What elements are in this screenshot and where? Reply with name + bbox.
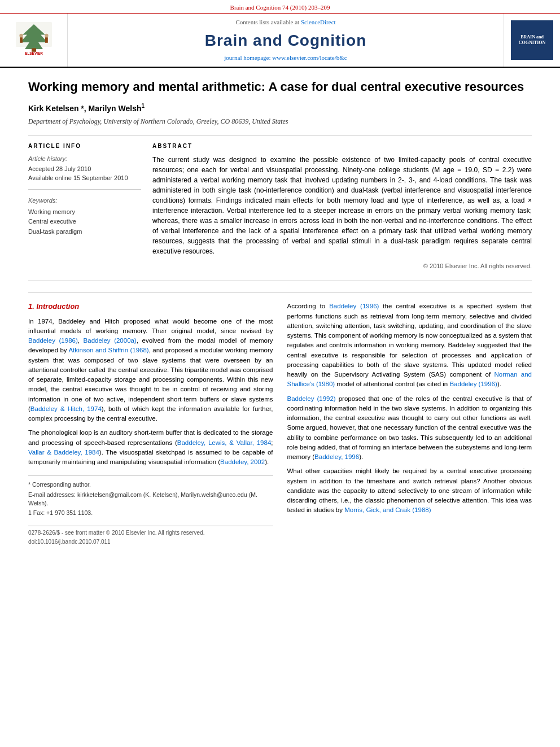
doi-line: doi:10.1016/j.bandc.2010.07.011 <box>28 538 273 546</box>
journal-header: ELSEVIER Contents lists available at Sci… <box>0 14 560 68</box>
keywords-divider <box>28 189 141 190</box>
keywords-list: Working memory Central executive Dual-ta… <box>28 207 141 237</box>
email-note: E-mail addresses: kirkketelsen@gmail.com… <box>28 491 273 507</box>
journal-reference-text: Brain and Cognition 74 (2010) 203–209 <box>230 4 330 11</box>
keywords-section: Keywords: Working memory Central executi… <box>28 196 141 237</box>
contents-available-text: Contents lists available at <box>235 19 299 25</box>
baddeley-2002-link[interactable]: Baddeley, 2002 <box>220 458 265 465</box>
baddeley-1996-link2[interactable]: Baddeley (1996) <box>449 381 497 387</box>
keyword-3: Dual-task paradigm <box>28 227 141 237</box>
corresponding-note: * Corresponding author. <box>28 480 273 489</box>
affiliation-text: Department of Psychology, University of … <box>28 117 532 126</box>
baddeley-hitch-1974-link[interactable]: Baddeley & Hitch, 1974 <box>30 405 102 412</box>
doi-text: doi:10.1016/j.bandc.2010.07.011 <box>28 539 111 545</box>
article-info-heading: ARTICLE INFO <box>28 142 141 150</box>
accepted-date: Accepted 28 July 2010 <box>28 165 141 173</box>
body-divider <box>28 281 532 281</box>
elsevier-logo-container: ELSEVIER <box>0 14 68 67</box>
homepage-link[interactable]: journal homepage: www.elsevier.com/locat… <box>224 54 347 61</box>
body-para-5: What other capacities might likely be re… <box>287 466 532 515</box>
article-title-section: Working memory and mental arithmetic: A … <box>28 79 532 126</box>
brain-cognition-logo-text: BRAIN and COGNITION <box>513 34 551 46</box>
abstract-column: ABSTRACT The current study was designed … <box>152 142 532 270</box>
atkinson-shiffrin-link[interactable]: Atkinson and Shiffrin (1968) <box>68 347 148 353</box>
body-right-col: According to Baddeley (1996) the central… <box>287 302 532 546</box>
baddeley-lewis-link[interactable]: Baddeley, Lewis, & Vallar, 1984 <box>177 439 272 446</box>
svg-point-3 <box>19 34 23 37</box>
brain-cognition-logo: BRAIN and COGNITION <box>511 20 553 60</box>
main-content: Working memory and mental arithmetic: A … <box>0 68 560 557</box>
article-history-label: Article history: <box>28 155 141 163</box>
svg-rect-4 <box>20 37 23 43</box>
article-info-abstract-row: ARTICLE INFO Article history: Accepted 2… <box>28 142 532 270</box>
article-title: Working memory and mental arithmetic: A … <box>28 79 532 95</box>
baddeley-2000a-link[interactable]: Baddeley (2000a) <box>84 337 137 344</box>
baddeley-1992-link[interactable]: Baddeley (1992) <box>287 395 336 402</box>
authors-text: Kirk Ketelsen *, Marilyn Welsh <box>28 104 141 113</box>
body-two-col: 1. Introduction In 1974, Baddeley and Hi… <box>28 302 532 546</box>
abstract-text: The current study was designed to examin… <box>152 155 532 256</box>
keywords-label: Keywords: <box>28 196 141 205</box>
body-para-3: According to Baddeley (1996) the central… <box>287 302 532 389</box>
journal-header-center: Contents lists available at ScienceDirec… <box>68 14 504 67</box>
section-1-heading: 1. Introduction <box>28 302 273 312</box>
body-para-1: In 1974, Baddeley and Hitch proposed wha… <box>28 317 273 424</box>
journal-title: Brain and Cognition <box>205 29 367 51</box>
keyword-2: Central executive <box>28 217 141 227</box>
elsevier-logo: ELSEVIER <box>11 22 56 59</box>
body-content: 1. Introduction In 1974, Baddeley and Hi… <box>28 292 532 546</box>
svg-text:ELSEVIER: ELSEVIER <box>25 51 43 55</box>
body-left-col: 1. Introduction In 1974, Baddeley and Hi… <box>28 302 273 546</box>
email-label: E-mail addresses: <box>28 491 76 498</box>
vallar-baddeley-link[interactable]: Vallar & Baddeley, 1984 <box>28 449 99 456</box>
journal-reference-bar: Brain and Cognition 74 (2010) 203–209 <box>0 0 560 14</box>
footnotes-section: * Corresponding author. E-mail addresses… <box>28 475 273 517</box>
abstract-heading: ABSTRACT <box>152 142 532 150</box>
svg-point-5 <box>45 34 48 37</box>
article-info-column: ARTICLE INFO Article history: Accepted 2… <box>28 142 141 270</box>
authors-sup: 1 <box>141 103 145 109</box>
brain-cognition-logo-container: BRAIN and COGNITION <box>504 14 560 67</box>
keyword-1: Working memory <box>28 207 141 217</box>
article-history-section: Article history: Accepted 28 July 2010 A… <box>28 155 141 182</box>
footer-bar: 0278-2626/$ - see front matter © 2010 El… <box>28 526 273 537</box>
authors-line: Kirk Ketelsen *, Marilyn Welsh1 <box>28 102 532 114</box>
journal-homepage-text: journal homepage: www.elsevier.com/locat… <box>224 54 347 62</box>
science-direct-line: Contents lists available at ScienceDirec… <box>235 18 335 27</box>
science-direct-link[interactable]: ScienceDirect <box>301 19 336 25</box>
baddeley-1996-link3[interactable]: Baddeley, 1996 <box>314 453 359 460</box>
morris-gick-craik-link[interactable]: Morris, Gick, and Craik (1988) <box>344 506 431 513</box>
copyright-text: © 2010 Elsevier Inc. All rights reserved… <box>152 262 532 270</box>
article-info-divider <box>28 135 532 136</box>
body-para-4: Baddeley (1992) proposed that one of the… <box>287 394 532 462</box>
baddeley-1996-link1[interactable]: Baddeley (1996) <box>329 303 379 309</box>
svg-rect-6 <box>45 37 48 43</box>
body-para-2: The phonological loop is an auditory sho… <box>28 428 273 467</box>
issn-text: 0278-2626/$ - see front matter © 2010 El… <box>28 529 205 537</box>
fax-note: 1 Fax: +1 970 351 1103. <box>28 509 273 517</box>
elsevier-emblem-svg: ELSEVIER <box>11 22 56 56</box>
available-date: Available online 15 September 2010 <box>28 174 141 182</box>
baddeley-1986-link[interactable]: Baddeley (1986) <box>28 337 78 344</box>
